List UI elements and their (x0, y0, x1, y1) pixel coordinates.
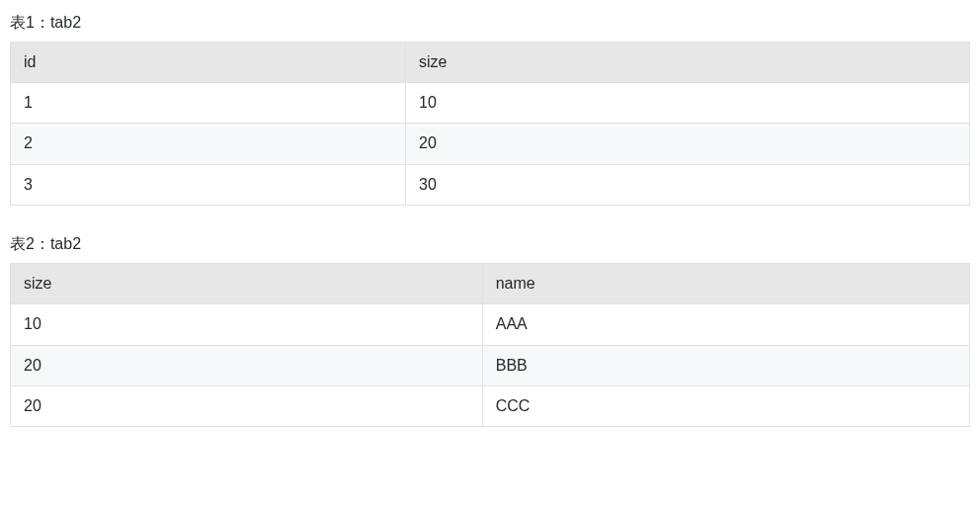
table-row: 2 20 (11, 124, 970, 164)
table1-cell: 20 (406, 124, 970, 164)
table2: size name 10 AAA 20 BBB 20 CCC (10, 263, 970, 428)
table1-caption: 表1：tab2 (10, 10, 970, 36)
table1-header-size: size (406, 42, 970, 82)
table2-cell: AAA (482, 304, 969, 345)
table1-cell: 3 (11, 164, 406, 205)
table-row: 10 AAA (11, 304, 970, 345)
table1-cell: 30 (406, 164, 970, 205)
table-header-row: size name (11, 263, 970, 303)
table-header-row: id size (11, 42, 970, 82)
table2-cell: 20 (11, 345, 483, 385)
table1-cell: 10 (406, 82, 970, 123)
table-row: 20 CCC (11, 385, 970, 426)
table1: id size 1 10 2 20 3 30 (10, 42, 970, 207)
table2-caption: 表2：tab2 (10, 231, 970, 257)
table1-header-id: id (11, 42, 406, 82)
table-row: 20 BBB (11, 345, 970, 385)
table2-header-name: name (482, 263, 969, 303)
table1-cell: 1 (11, 82, 406, 123)
table2-header-size: size (11, 263, 483, 303)
table2-cell: 20 (11, 385, 483, 426)
table2-cell: 10 (11, 304, 483, 345)
table2-cell: CCC (482, 385, 969, 426)
table1-cell: 2 (11, 124, 406, 164)
table2-cell: BBB (482, 345, 969, 385)
table-row: 1 10 (11, 82, 970, 123)
table-row: 3 30 (11, 164, 970, 205)
